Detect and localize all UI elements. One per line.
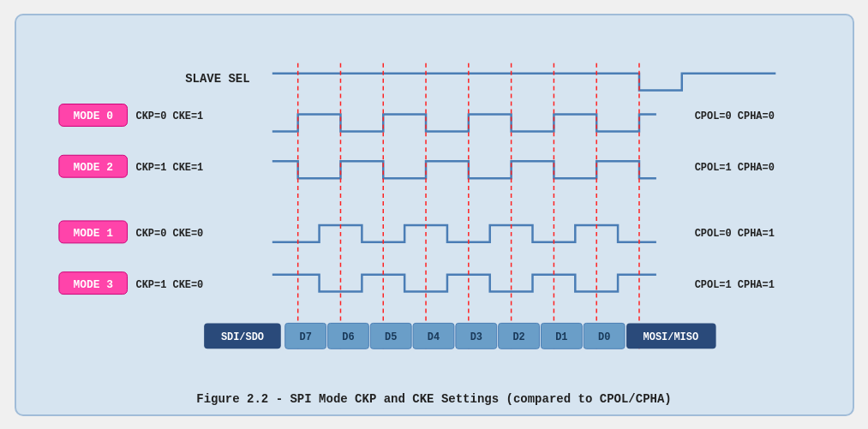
d3-label: D3: [470, 331, 482, 343]
d2-label: D2: [512, 331, 524, 343]
mode2-wave: [272, 161, 655, 178]
mode3-label: MODE 3: [73, 277, 113, 290]
mode1-wave: [272, 224, 655, 241]
mode3-params: CKP=1 CKE=0: [135, 278, 203, 290]
outer-container: text.mono { font-family: 'Courier New', …: [15, 14, 854, 416]
mode1-label: MODE 1: [73, 226, 113, 239]
d1-label: D1: [555, 331, 567, 343]
d4-label: D4: [427, 331, 439, 343]
mode3-cpol: CPOL=1 CPHA=1: [694, 278, 774, 290]
mosi-miso-label: MOSI/MISO: [643, 331, 697, 343]
figure-caption: Figure 2.2 - SPI Mode CKP and CKE Settin…: [33, 392, 835, 406]
d5-label: D5: [385, 331, 397, 343]
mode2-params: CKP=1 CKE=1: [135, 162, 203, 174]
mode0-cpol: CPOL=0 CPHA=0: [694, 110, 774, 122]
diagram-container: text.mono { font-family: 'Courier New', …: [33, 31, 835, 385]
mode0-params: CKP=0 CKE=1: [135, 110, 203, 122]
mode0-label: MODE 0: [73, 110, 113, 122]
slave-sel-label: SLAVE SEL: [185, 71, 249, 85]
d7-label: D7: [299, 331, 311, 343]
d0-label: D0: [597, 331, 609, 343]
mode2-cpol: CPOL=1 CPHA=0: [694, 162, 774, 174]
d6-label: D6: [342, 331, 354, 343]
mode1-cpol: CPOL=0 CPHA=1: [694, 227, 774, 239]
mode0-wave: [272, 114, 655, 131]
mode1-params: CKP=0 CKE=0: [135, 227, 203, 239]
sdi-sdo-label: SDI/SDO: [220, 331, 263, 343]
diagram-svg: text.mono { font-family: 'Courier New', …: [33, 31, 835, 385]
slave-sel-wave: [272, 73, 775, 90]
mode2-label: MODE 2: [73, 161, 113, 174]
mode3-wave: [272, 274, 655, 291]
